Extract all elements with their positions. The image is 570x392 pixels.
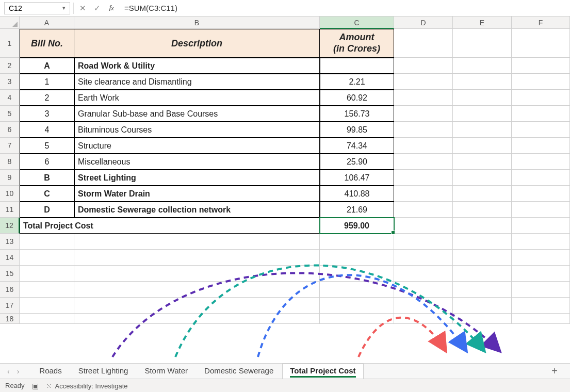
cell-desc[interactable]: Bituminous Courses <box>74 122 320 138</box>
cell-A17[interactable] <box>20 298 74 314</box>
cell-D1[interactable] <box>394 29 453 58</box>
row-header-6[interactable]: 6 <box>0 122 20 138</box>
cell-billno[interactable]: 5 <box>20 138 74 154</box>
cell-A13[interactable] <box>20 234 74 250</box>
cell-desc[interactable]: Granular Sub-base and Base Courses <box>74 106 320 122</box>
sheet-tab-total-project-cost[interactable]: Total Project Cost <box>282 364 363 379</box>
total-label[interactable]: Total Project Cost <box>20 218 320 234</box>
cell-D14[interactable] <box>394 250 453 266</box>
cell-blank[interactable] <box>394 154 453 170</box>
cell-amount[interactable]: 21.69 <box>320 202 394 218</box>
cell-A18[interactable] <box>20 314 74 324</box>
cell-D13[interactable] <box>394 234 453 250</box>
cell-D15[interactable] <box>394 266 453 282</box>
chevron-down-icon[interactable]: ▾ <box>62 5 66 11</box>
cell-blank[interactable] <box>512 202 570 218</box>
row-header-5[interactable]: 5 <box>0 106 20 122</box>
cell-F1[interactable] <box>512 29 570 58</box>
cell-A16[interactable] <box>20 282 74 298</box>
row-header-8[interactable]: 8 <box>0 154 20 170</box>
cell-blank[interactable] <box>394 202 453 218</box>
header-amount[interactable]: Amount (in Crores) <box>320 29 394 58</box>
spreadsheet-grid[interactable]: A B C D E F 1 2 3 4 5 6 7 8 9 10 11 12 1… <box>0 17 570 362</box>
cell-blank[interactable] <box>512 154 570 170</box>
cell-B17[interactable] <box>74 298 320 314</box>
confirm-icon[interactable]: ✓ <box>91 3 103 14</box>
cell-amount[interactable]: 74.34 <box>320 138 394 154</box>
cell-E12[interactable] <box>453 218 512 234</box>
cell-A14[interactable] <box>20 250 74 266</box>
cell-blank[interactable] <box>512 122 570 138</box>
cell-blank[interactable] <box>453 106 512 122</box>
cell-E16[interactable] <box>453 282 512 298</box>
row-header-1[interactable]: 1 <box>0 29 20 58</box>
cell-F13[interactable] <box>512 234 570 250</box>
cell-C13[interactable] <box>320 234 394 250</box>
cell-blank[interactable] <box>453 170 512 186</box>
col-header-E[interactable]: E <box>453 17 512 29</box>
cell-E1[interactable] <box>453 29 512 58</box>
row-header-7[interactable]: 7 <box>0 138 20 154</box>
col-header-C[interactable]: C <box>320 17 394 29</box>
header-billno[interactable]: Bill No. <box>20 29 74 58</box>
cell-C17[interactable] <box>320 298 394 314</box>
cell-billno[interactable]: 6 <box>20 154 74 170</box>
fx-icon[interactable]: fx <box>106 3 117 14</box>
add-sheet-button[interactable]: + <box>544 365 565 377</box>
cell-blank[interactable] <box>453 122 512 138</box>
cell-B18[interactable] <box>74 314 320 324</box>
row-header-18[interactable]: 18 <box>0 314 20 324</box>
cell-desc[interactable]: Storm Water Drain <box>74 186 320 202</box>
sheet-tab-domestic-sewerage[interactable]: Domestic Sewerage <box>197 364 281 379</box>
cell-E18[interactable] <box>453 314 512 324</box>
cell-B13[interactable] <box>74 234 320 250</box>
cell-D18[interactable] <box>394 314 453 324</box>
col-header-D[interactable]: D <box>394 17 453 29</box>
cell-billno[interactable]: 1 <box>20 74 74 90</box>
cell-blank[interactable] <box>512 170 570 186</box>
cell-blank[interactable] <box>453 154 512 170</box>
cell-F15[interactable] <box>512 266 570 282</box>
cell-blank[interactable] <box>453 90 512 106</box>
col-header-F[interactable]: F <box>512 17 570 29</box>
cell-amount[interactable]: 156.73 <box>320 106 394 122</box>
cell-F18[interactable] <box>512 314 570 324</box>
cell-blank[interactable] <box>512 106 570 122</box>
sheet-tab-roads[interactable]: Roads <box>31 364 69 379</box>
accessibility-status[interactable]: ⛌Accessibility: Investigate <box>46 382 128 390</box>
cell-amount[interactable]: 410.88 <box>320 186 394 202</box>
cells-area[interactable]: Bill No. Description Amount (in Crores) … <box>20 29 570 324</box>
cell-D17[interactable] <box>394 298 453 314</box>
cell-C18[interactable] <box>320 314 394 324</box>
row-header-15[interactable]: 15 <box>0 266 20 282</box>
cell-blank[interactable] <box>453 186 512 202</box>
cell-billno[interactable]: B <box>20 170 74 186</box>
cell-blank[interactable] <box>512 186 570 202</box>
cell-E15[interactable] <box>453 266 512 282</box>
cell-E13[interactable] <box>453 234 512 250</box>
cell-billno[interactable]: C <box>20 186 74 202</box>
cell-amount[interactable]: 99.85 <box>320 122 394 138</box>
cell-blank[interactable] <box>512 138 570 154</box>
cell-D12[interactable] <box>394 218 453 234</box>
total-value[interactable]: 959.00 <box>320 218 394 234</box>
row-header-10[interactable]: 10 <box>0 186 20 202</box>
cell-D16[interactable] <box>394 282 453 298</box>
cell-blank[interactable] <box>453 202 512 218</box>
cell-C16[interactable] <box>320 282 394 298</box>
name-box[interactable]: C12 ▾ <box>4 2 70 14</box>
row-header-2[interactable]: 2 <box>0 58 20 74</box>
cell-desc[interactable]: Miscellaneous <box>74 154 320 170</box>
row-header-9[interactable]: 9 <box>0 170 20 186</box>
cell-blank[interactable] <box>394 170 453 186</box>
row-header-14[interactable]: 14 <box>0 250 20 266</box>
cell-blank[interactable] <box>394 58 453 74</box>
cell-amount[interactable]: 2.21 <box>320 74 394 90</box>
macro-record-icon[interactable]: ▣ <box>32 382 39 390</box>
cell-C14[interactable] <box>320 250 394 266</box>
cell-billno[interactable]: D <box>20 202 74 218</box>
tab-next-icon[interactable]: › <box>15 366 22 377</box>
col-header-A[interactable]: A <box>20 17 74 29</box>
cell-desc[interactable]: Street Lighting <box>74 170 320 186</box>
cell-blank[interactable] <box>394 138 453 154</box>
